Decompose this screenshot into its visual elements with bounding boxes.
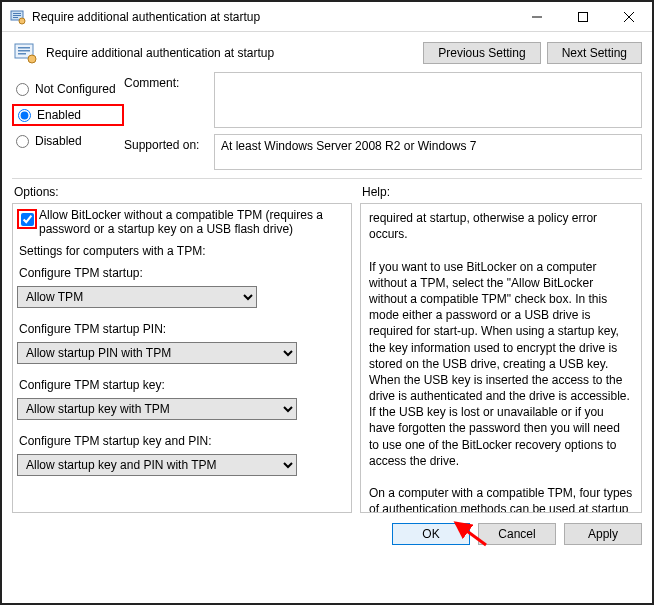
svg-rect-11 [18,50,30,52]
header-row: Require additional authentication at sta… [2,32,652,68]
help-paragraph-2: If you want to use BitLocker on a comput… [369,259,633,469]
options-column-label: Options: [14,185,362,199]
radio-disabled[interactable]: Disabled [12,130,124,152]
svg-rect-1 [13,13,21,14]
config-area: Not Configured Enabled Disabled Comment:… [2,68,652,170]
state-radio-group: Not Configured Enabled Disabled [12,72,124,170]
radio-enabled[interactable]: Enabled [12,104,124,126]
tpm-pin-label: Configure TPM startup PIN: [19,322,347,336]
allow-without-tpm-checkbox[interactable] [21,213,34,226]
radio-enabled-label: Enabled [37,108,81,122]
tpm-key-pin-label: Configure TPM startup key and PIN: [19,434,347,448]
panels: Allow BitLocker without a compatible TPM… [2,203,652,513]
next-setting-button[interactable]: Next Setting [547,42,642,64]
supported-label: Supported on: [124,134,214,152]
allow-without-tpm-label[interactable]: Allow BitLocker without a compatible TPM… [37,208,347,236]
tpm-key-label: Configure TPM startup key: [19,378,347,392]
title-bar: Require additional authentication at sta… [2,2,652,32]
close-button[interactable] [606,2,652,32]
svg-rect-2 [13,15,21,16]
svg-rect-12 [18,53,26,55]
tpm-pin-select[interactable]: Allow startup PIN with TPM [17,342,297,364]
tpm-key-select[interactable]: Allow startup key with TPM [17,398,297,420]
policy-header-icon [12,40,38,66]
comment-label: Comment: [124,72,214,90]
ok-button[interactable]: OK [392,523,470,545]
svg-rect-3 [13,17,18,18]
options-panel[interactable]: Allow BitLocker without a compatible TPM… [12,203,352,513]
fields-grid: Comment: Supported on: At least Windows … [124,72,642,170]
tpm-startup-label: Configure TPM startup: [19,266,347,280]
tpm-settings-section-label: Settings for computers with a TPM: [19,244,347,258]
divider [12,178,642,179]
radio-not-configured-input[interactable] [16,83,29,96]
apply-button[interactable]: Apply [564,523,642,545]
tpm-startup-select[interactable]: Allow TPM [17,286,257,308]
panel-labels: Options: Help: [2,183,652,203]
header-title: Require additional authentication at sta… [46,46,417,60]
supported-on-text: At least Windows Server 2008 R2 or Windo… [221,139,476,153]
help-panel[interactable]: required at startup, otherwise a policy … [360,203,642,513]
svg-rect-10 [18,47,30,49]
help-paragraph-1: required at startup, otherwise a policy … [369,210,633,242]
previous-setting-button[interactable]: Previous Setting [423,42,540,64]
window-title: Require additional authentication at sta… [32,10,514,24]
radio-enabled-input[interactable] [18,109,31,122]
radio-not-configured[interactable]: Not Configured [12,78,124,100]
radio-disabled-label: Disabled [35,134,82,148]
maximize-button[interactable] [560,2,606,32]
allow-without-tpm-checkbox-wrap [17,209,37,229]
cancel-button[interactable]: Cancel [478,523,556,545]
help-column-label: Help: [362,185,390,199]
tpm-key-pin-select[interactable]: Allow startup key and PIN with TPM [17,454,297,476]
footer: OK Cancel Apply [2,513,652,555]
policy-icon [10,9,26,25]
radio-disabled-input[interactable] [16,135,29,148]
svg-rect-6 [579,12,588,21]
radio-not-configured-label: Not Configured [35,82,116,96]
supported-on-box: At least Windows Server 2008 R2 or Windo… [214,134,642,170]
svg-point-13 [28,55,36,63]
comment-input[interactable] [214,72,642,128]
svg-point-4 [19,18,25,24]
minimize-button[interactable] [514,2,560,32]
help-paragraph-3: On a computer with a compatible TPM, fou… [369,485,633,513]
allow-without-tpm-row: Allow BitLocker without a compatible TPM… [17,208,347,236]
